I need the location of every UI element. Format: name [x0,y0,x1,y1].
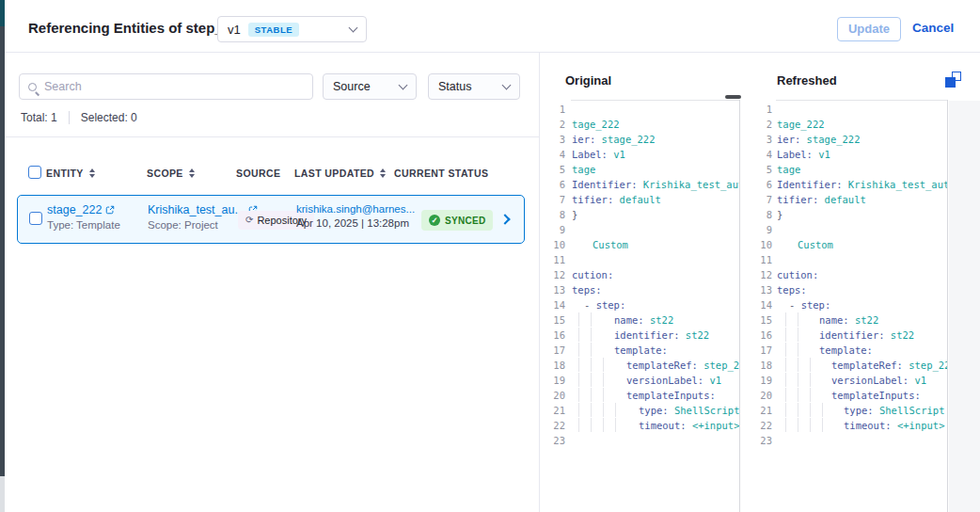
indent-guides [578,418,627,433]
indent-guides [578,312,603,328]
section-divider [5,136,539,137]
status-filter-select[interactable]: Status [428,73,520,100]
code-line: 22timeout: <+input> [542,418,739,433]
indent-guides [785,343,810,358]
code-text: tage_222 [572,117,620,132]
line-number: 4 [753,147,772,162]
line-number: 8 [542,207,565,222]
code-text: templateInputs: [831,388,921,403]
line-number: 4 [542,147,565,162]
code-text: template: [819,343,873,358]
line-number: 15 [542,312,565,328]
line-number: 6 [542,177,565,192]
cancel-button[interactable]: Cancel [912,21,954,35]
line-number: 16 [542,328,565,343]
code-text: } [572,207,577,222]
horizontal-scrollbar-thumb[interactable] [725,95,741,99]
modal-header: Referencing Entities of step_222 v1 STAB… [5,0,980,53]
code-text: tifier: default [777,192,866,207]
version-select[interactable]: v1 STABLE [217,16,367,42]
updated-by-link[interactable]: krishika.singh@harnes... [296,203,415,215]
search-icon [28,83,37,91]
search-input[interactable] [44,80,298,93]
code-line: 8} [753,207,947,222]
line-number: 9 [542,222,565,237]
scope-link[interactable]: Krishika_test_au... [148,203,245,216]
refreshed-pane-title: Refreshed [777,73,837,88]
line-number: 3 [753,132,772,147]
code-line: 22timeout: <+input> [753,418,947,433]
code-text: tage [777,162,800,177]
line-number: 13 [753,282,772,297]
line-number: 23 [542,433,565,448]
line-number: 14 [542,297,565,312]
code-line: 18templateRef: step_222 [542,358,739,373]
code-line: 20templateInputs: [542,388,739,403]
indent-guides [785,358,822,373]
code-line: 21type: ShellScript [753,403,947,418]
code-line: 3ier: stage_222 [542,132,739,147]
search-box[interactable] [19,73,313,100]
line-number: 1 [753,102,772,117]
code-text: identifier: st22 [614,328,709,343]
pane-top-border [776,100,947,101]
refreshed-code-pane[interactable]: 12tage_2223ier: stage_2224Label: v15tage… [753,100,948,512]
pane-top-border [571,100,739,101]
diff-section: Original Refreshed 12tage_2223ier: stage… [539,53,980,512]
code-line: 7tifier: default [542,192,739,207]
code-text: cution: [777,267,818,282]
source-filter-select[interactable]: Source [323,73,417,100]
sort-icon[interactable] [89,168,95,178]
original-code-pane[interactable]: 12tage_2223ier: stage_2224Label: v15tage… [542,100,740,512]
code-text: tifier: default [572,192,661,207]
code-line: 16identifier: st22 [753,328,947,343]
code-text: templateRef: step_222 [831,358,948,373]
line-number: 10 [542,237,565,252]
code-line: 2tage_222 [542,117,739,132]
code-line: 11 [753,252,947,267]
line-number: 20 [753,388,772,403]
code-text: tage_222 [777,117,825,132]
indent-guides [578,358,615,373]
indent-guides [785,418,834,433]
code-text: Label: v1 [777,147,830,162]
total-count: Total: 1 [21,111,57,124]
sort-icon[interactable] [189,168,195,178]
status-badge-label: SYNCED [445,216,485,226]
code-line: 12cution: [753,267,947,282]
last-updated-cell: krishika.singh@harnes... Apr 10, 2025 | … [296,203,415,229]
code-text: Custom [777,237,833,252]
line-number: 11 [753,252,772,267]
sort-icon[interactable] [380,168,386,178]
indent-guides [785,328,810,343]
copy-icon[interactable] [945,72,961,88]
update-button[interactable]: Update [837,17,901,41]
code-line: 18templateRef: step_222 [753,358,947,373]
column-header-entity: ENTITY [46,168,95,179]
select-all-checkbox[interactable] [28,166,41,179]
indent-guides [578,388,615,403]
code-text: - step: [572,297,625,312]
code-text: Label: v1 [572,147,625,162]
chevron-down-icon [399,81,408,90]
code-text: teps: [572,282,602,297]
column-header-scope: SCOPE [147,168,195,179]
code-text: templateInputs: [626,388,716,403]
code-line: 17template: [753,343,947,358]
row-checkbox[interactable] [29,212,42,225]
updated-at: Apr 10, 2025 | 13:28pm [296,217,415,229]
line-number: 5 [542,162,565,177]
entity-cell: stage_222 Type: Template [47,203,120,231]
entity-link[interactable]: stage_222 [47,203,102,216]
check-circle-icon: ✓ [429,215,440,226]
code-line: 13teps: [542,282,739,297]
table-row[interactable]: stage_222 Type: Template Krishika_test_a… [17,195,525,244]
chevron-right-icon[interactable] [499,214,510,224]
line-number: 20 [542,388,565,403]
indent-guides [785,373,822,388]
code-line: 2tage_222 [753,117,947,132]
code-text: Identifier: Krishika_test_aut [572,177,740,192]
code-text: - step: [777,297,830,312]
code-text: versionLabel: v1 [831,373,926,388]
indent-guides [578,373,615,388]
